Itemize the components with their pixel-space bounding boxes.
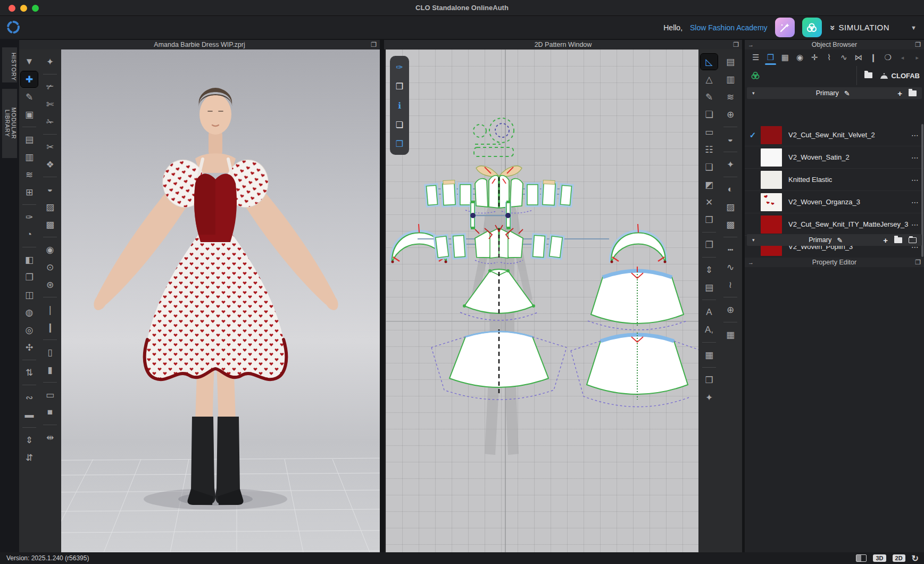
mn-sewing-2d-icon[interactable]: ≋ <box>722 89 739 105</box>
trim-tab-icon[interactable]: ❍ <box>881 51 895 64</box>
simulation-mode-button[interactable]: « SIMULATION <box>829 22 890 33</box>
pin-2d-icon[interactable]: ✑ <box>392 60 407 74</box>
mesh-select-icon[interactable]: ▣ <box>21 106 38 122</box>
fabric-folder-icon[interactable] <box>894 237 902 243</box>
float-window-icon[interactable]: ❐ <box>915 259 921 266</box>
V2_Cut_Sew_Knit_ITY_MatteJersey_3[interactable]: ✓ V2_Cut_Sew_Knit_ITY_MatteJersey_3 ⋯ <box>745 213 924 236</box>
pattern-outline-icon[interactable]: ❒ <box>701 212 718 228</box>
history-tab[interactable]: HISTORY <box>2 47 17 82</box>
add-fabric-icon[interactable]: + <box>897 89 902 98</box>
zipper-tab-icon[interactable]: ❙ <box>867 51 880 64</box>
annotation-icon[interactable]: A <box>701 304 718 320</box>
show-fabric-icon[interactable]: ❏ <box>392 118 407 131</box>
gizmo-select-icon[interactable]: ▼ <box>21 54 38 70</box>
fabric-section-header-top[interactable]: ▾ Primary ✎ + <box>747 87 922 99</box>
walk-animation-icon[interactable]: ✦ <box>41 54 59 70</box>
polygon-pattern-icon[interactable]: ❏ <box>701 106 718 122</box>
topstitch-tab-icon[interactable]: ✛ <box>808 51 821 64</box>
elastic-icon[interactable]: ∿ <box>722 259 739 275</box>
fabric-more-icon[interactable]: ⋯ <box>911 153 919 162</box>
fabric-swatch[interactable] <box>761 126 782 144</box>
clo-logo-icon[interactable] <box>5 19 21 35</box>
split-view-icon[interactable] <box>856 554 867 562</box>
fabric-more-icon[interactable]: ⋯ <box>911 176 919 184</box>
graphic-tab-icon[interactable]: ▦ <box>778 51 792 64</box>
toggle-3d-view-button[interactable]: 3D <box>873 554 886 562</box>
trace-pattern-icon[interactable]: ❑ <box>701 159 718 175</box>
texture-solid-icon[interactable]: ▩ <box>722 217 739 233</box>
arrange-clothes-icon[interactable]: ❐ <box>21 269 38 285</box>
pattern-2d-canvas[interactable]: ✑❒ℹ❏❒ <box>384 49 698 552</box>
mn-sewing-icon[interactable]: ≋ <box>21 167 38 183</box>
tabs-scroll-left-icon[interactable]: ◂ <box>896 51 910 64</box>
scene-list-icon[interactable]: ☰ <box>749 51 763 64</box>
viewport-3d-canvas[interactable] <box>61 49 380 552</box>
curve-select-icon[interactable]: ✎ <box>21 89 38 105</box>
roll-fabric-icon[interactable]: ▯ <box>41 344 59 360</box>
basting-icon[interactable]: ┅ <box>722 242 739 258</box>
fabric-swatch[interactable] <box>761 193 782 211</box>
V2_Woven_Organza_3[interactable]: ✓ V2_Woven_Organza_3 ⋯ <box>745 191 924 213</box>
symmetric-garment-icon[interactable]: ◫ <box>21 287 38 303</box>
fabric-swatch[interactable] <box>761 171 782 189</box>
clofab-library-button[interactable]: CLOFAB <box>880 72 920 80</box>
segment-sewing-icon[interactable]: ▤ <box>21 131 38 147</box>
fitting-sewing-icon[interactable]: ⊞ <box>21 184 38 200</box>
bone-pattern-icon[interactable]: ❒ <box>701 372 718 388</box>
garment-measure-icon[interactable]: ⇵ <box>21 450 38 466</box>
ruler-icon[interactable]: ▬ <box>21 407 38 423</box>
reset-arrangement-icon[interactable]: ✣ <box>21 339 38 355</box>
fabric-folder-icon[interactable] <box>909 90 917 96</box>
pattern-2d-header[interactable]: 2D Pattern Window ❐ <box>384 40 742 49</box>
untack-garment-icon[interactable]: ❖ <box>41 156 59 172</box>
button-place-icon[interactable]: ◉ <box>41 242 59 258</box>
collapse-panel-icon[interactable]: → <box>748 42 754 48</box>
avatar-measure-icon[interactable]: ⇕ <box>21 432 38 448</box>
account-link[interactable]: Slow Fashion Academy <box>690 23 768 32</box>
fabric-more-icon[interactable]: ⋯ <box>911 198 919 206</box>
drape-vest-icon[interactable]: ◍ <box>21 304 38 320</box>
tape-measure-icon[interactable]: ∾ <box>21 389 38 405</box>
tack-garment-icon[interactable]: ✂ <box>41 139 59 155</box>
cut-tool-icon[interactable]: ✕ <box>701 194 718 210</box>
pin-box-icon[interactable]: ◒ <box>41 181 59 197</box>
collapse-caret-icon[interactable]: ▾ <box>752 237 768 243</box>
pleats-icon[interactable]: ▦ <box>701 347 718 363</box>
texture-shirt-icon[interactable]: ▨ <box>722 199 739 215</box>
free-sewing-icon[interactable]: ▥ <box>21 149 38 165</box>
V2_Cut_Sew_Knit_Velvet_2[interactable]: ✓ V2_Cut_Sew_Knit_Velvet_2 ⋯ <box>745 124 924 146</box>
fabric-more-icon[interactable]: ⋯ <box>911 131 919 139</box>
move-gizmo-icon[interactable]: ✚ <box>21 71 38 87</box>
fabric-tab-icon[interactable]: ❒ <box>764 51 778 64</box>
edit-curvature-icon[interactable]: ✎ <box>701 89 718 105</box>
lacing-icon[interactable]: ☷ <box>701 142 718 157</box>
add-fabric-icon[interactable]: + <box>883 236 888 245</box>
rename-section-icon[interactable]: ✎ <box>844 89 850 97</box>
edit-sewing-icon[interactable]: ⊕ <box>722 106 739 122</box>
transform-pattern-icon[interactable]: ◺ <box>701 54 718 70</box>
fabric-section-header-bottom[interactable]: ▾ Primary ✎ + <box>747 234 922 246</box>
fabric-swatch[interactable] <box>761 148 782 167</box>
trim-shirt-icon[interactable]: ✁ <box>41 114 59 130</box>
segment-sewing-2d-icon[interactable]: ▤ <box>722 54 739 70</box>
clo-knot-button[interactable] <box>802 18 822 37</box>
zoom-pattern-icon[interactable]: ⊕ <box>722 302 739 318</box>
pattern-3d-move-icon[interactable]: ⇅ <box>21 364 38 380</box>
retopology-shirt-icon[interactable]: ✃ <box>41 79 59 95</box>
roll-solid-icon[interactable]: ▮ <box>41 362 59 378</box>
sculpt-tool-icon[interactable]: ◔ <box>21 227 38 243</box>
property-editor-header[interactable]: → Property Editor ❐ <box>745 258 924 267</box>
magic-wand-button[interactable] <box>775 18 795 37</box>
minimize-window-icon[interactable] <box>20 5 27 12</box>
fabric-swatch[interactable] <box>761 215 782 234</box>
float-window-icon[interactable]: ❐ <box>371 41 377 48</box>
refresh-sync-icon[interactable]: ↻ <box>912 553 919 563</box>
puckering-tab-icon[interactable]: ∿ <box>837 51 851 64</box>
add-library-folder-icon[interactable]: + <box>864 71 872 80</box>
rename-section-icon[interactable]: ✎ <box>837 236 843 244</box>
clone-pattern-icon[interactable]: ❐ <box>701 237 718 253</box>
fabric-direction-icon[interactable]: ▨ <box>41 199 59 215</box>
zoom-window-icon[interactable] <box>32 5 39 12</box>
cut-sew-icon[interactable]: ◩ <box>701 177 718 193</box>
fold-arrangement-icon[interactable]: ◧ <box>21 252 38 268</box>
